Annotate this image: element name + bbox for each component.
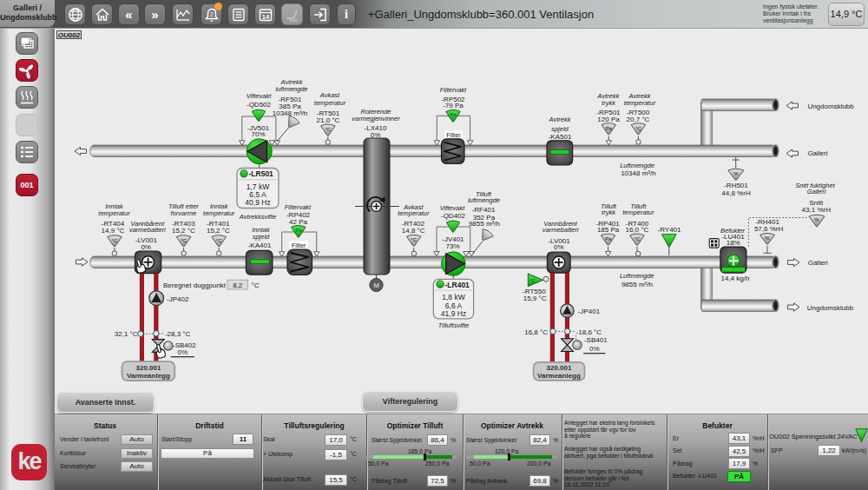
svg-text:kWh: kWh [289,18,298,23]
svg-text:14: 14 [261,13,269,21]
svg-text:2: 2 [210,11,214,17]
